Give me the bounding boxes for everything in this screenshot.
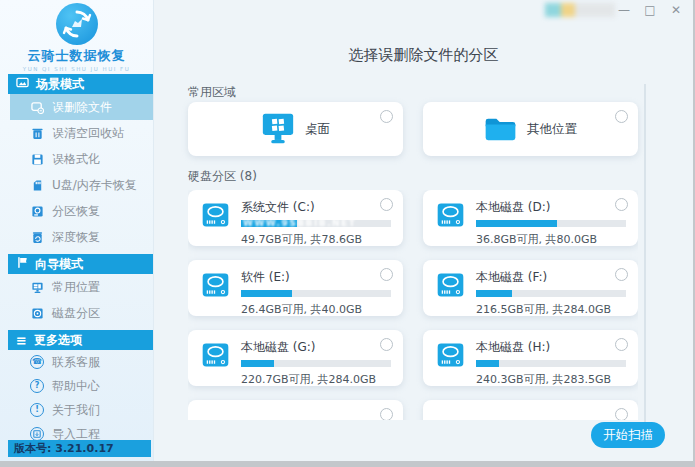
disk-card-g[interactable]: 本地磁盘 (G:) 220.7GB可用, 共284.0GB xyxy=(188,330,403,386)
disk-card-d[interactable]: 本地磁盘 (D:) 36.8GB可用, 共80.0GB xyxy=(423,190,638,246)
import-icon xyxy=(30,427,44,441)
radio-disk-c[interactable] xyxy=(380,198,393,211)
close-button[interactable]: ✕ xyxy=(669,3,683,17)
blurred-block xyxy=(575,3,615,17)
usage-bar xyxy=(476,290,626,297)
page-title: 选择误删除文件的分区 xyxy=(154,46,693,65)
question-icon: ? xyxy=(30,379,44,393)
usage-bar: WWW.9SBBIB.NET xyxy=(241,220,391,227)
watermark: WWW.9SBBIB.NET xyxy=(243,218,356,228)
sidebar-item-partition-recovery[interactable]: 分区恢复 xyxy=(10,198,153,224)
sidebar-item-emptied-recycle-bin[interactable]: 误清空回收站 xyxy=(10,120,153,146)
usage-bar xyxy=(241,290,391,297)
wizard-flag-icon xyxy=(16,256,28,272)
disk-icon xyxy=(202,269,229,301)
app-logo-icon xyxy=(56,3,98,45)
blurred-user-info xyxy=(545,3,615,17)
usage-bar xyxy=(476,360,626,367)
radio-disk-partial[interactable] xyxy=(615,408,628,420)
sidebar-item-disk-partitions[interactable]: 磁盘分区 xyxy=(10,300,153,326)
common-card-other-location[interactable]: 其他位置 xyxy=(423,102,638,156)
disk-card-f[interactable]: 本地磁盘 (F:) 216.5GB可用, 共284.0GB xyxy=(423,260,638,316)
disk-card-partial[interactable] xyxy=(423,400,638,420)
disk-card-e[interactable]: 软件 (E:) 26.4GB可用, 共40.0GB xyxy=(188,260,403,316)
sidebar-item-about-us[interactable]: ! 关于我们 xyxy=(10,398,153,422)
sidebar-item-deleted-files[interactable]: 误删除文件 xyxy=(10,94,153,120)
monitor-icon xyxy=(30,280,44,294)
usage-bar xyxy=(476,220,626,227)
desktop-icon xyxy=(261,113,295,145)
sidebar-item-deep-recovery[interactable]: 深度恢复 xyxy=(10,224,153,250)
memory-card-icon xyxy=(30,178,44,192)
sidebar: 云骑士数据恢复 YUN QI SHI SHU JU HUI FU 场景模式 误删… xyxy=(0,0,154,461)
radio-desktop[interactable] xyxy=(380,110,393,123)
disk-icon xyxy=(437,269,464,301)
radio-disk-g[interactable] xyxy=(380,338,393,351)
deep-recovery-icon xyxy=(30,230,44,244)
app-name: 云骑士数据恢复 xyxy=(0,47,153,65)
disk-card-partial[interactable] xyxy=(188,400,403,420)
sidebar-section-more-options: ≡ 更多选项 xyxy=(8,330,153,350)
disk-card-h[interactable]: 本地磁盘 (H:) 240.3GB可用, 共283.5GB xyxy=(423,330,638,386)
radio-disk-e[interactable] xyxy=(380,268,393,281)
sidebar-item-help-center[interactable]: ? 帮助中心 xyxy=(10,374,153,398)
logo: 云骑士数据恢复 YUN QI SHI SHU JU HUI FU xyxy=(0,0,153,70)
main-panel: — □ ✕ 选择误删除文件的分区 常用区域 桌面 其他位置 硬盘分区 (8) xyxy=(154,0,693,461)
recycle-bin-icon xyxy=(30,126,44,140)
partition-recovery-icon xyxy=(30,204,44,218)
disk-icon xyxy=(437,199,464,231)
scrollbar[interactable] xyxy=(644,84,646,422)
usage-bar xyxy=(241,360,391,367)
app-window: 云骑士数据恢复 YUN QI SHI SHU JU HUI FU 场景模式 误删… xyxy=(0,0,693,461)
start-scan-button[interactable]: 开始扫描 xyxy=(591,422,665,448)
common-area-label: 常用区域 xyxy=(188,84,236,101)
minimize-button[interactable]: — xyxy=(617,3,631,17)
exclamation-icon: ! xyxy=(30,403,44,417)
disk-partitions-label: 硬盘分区 (8) xyxy=(188,168,257,185)
version-bar: 版本号: 3.21.0.17 xyxy=(8,440,151,457)
folder-icon xyxy=(484,116,517,143)
sidebar-section-scene-mode: 场景模式 xyxy=(8,74,153,94)
disk-icon xyxy=(202,199,229,231)
radio-disk-f[interactable] xyxy=(615,268,628,281)
radio-disk-partial[interactable] xyxy=(380,408,393,420)
hdd-icon xyxy=(30,306,44,320)
maximize-button[interactable]: □ xyxy=(643,3,657,17)
blurred-block xyxy=(545,3,561,17)
hamburger-icon: ≡ xyxy=(16,333,27,348)
disk-icon xyxy=(202,339,229,371)
phone-icon: ☎ xyxy=(30,355,44,369)
disk-list: 系统文件 (C:) WWW.9SBBIB.NET 49.7GB可用, 共78.6… xyxy=(188,190,638,420)
sidebar-section-wizard-mode: 向导模式 xyxy=(8,254,153,274)
format-floppy-icon xyxy=(30,152,44,166)
radio-disk-d[interactable] xyxy=(615,198,628,211)
sidebar-item-usb-card-recovery[interactable]: U盘/内存卡恢复 xyxy=(10,172,153,198)
common-area-grid: 桌面 其他位置 xyxy=(188,102,638,156)
sidebar-item-formatted[interactable]: 误格式化 xyxy=(10,146,153,172)
app-name-pinyin: YUN QI SHI SHU JU HUI FU xyxy=(0,66,153,72)
window-controls: — □ ✕ xyxy=(617,3,683,17)
disk-icon xyxy=(437,339,464,371)
sidebar-item-contact-support[interactable]: ☎ 联系客服 xyxy=(10,350,153,374)
sidebar-item-common-locations[interactable]: 常用位置 xyxy=(10,274,153,300)
deleted-file-icon xyxy=(30,100,44,114)
disk-card-c[interactable]: 系统文件 (C:) WWW.9SBBIB.NET 49.7GB可用, 共78.6… xyxy=(188,190,403,246)
radio-disk-h[interactable] xyxy=(615,338,628,351)
common-card-desktop[interactable]: 桌面 xyxy=(188,102,403,156)
radio-other-location[interactable] xyxy=(615,110,628,123)
scene-mode-icon xyxy=(16,76,29,92)
blurred-block xyxy=(561,3,575,17)
